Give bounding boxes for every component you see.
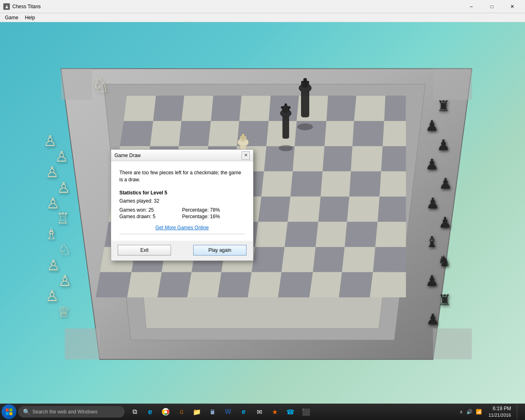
svg-marker-14 — [326, 96, 356, 121]
svg-marker-45 — [379, 171, 406, 196]
svg-marker-133 — [433, 329, 472, 360]
svg-rect-104 — [301, 81, 309, 83]
taskbar-search-box[interactable]: 🔍 Search the web and Windows — [18, 406, 125, 418]
svg-text:♟: ♟ — [439, 175, 452, 192]
svg-point-97 — [285, 103, 287, 106]
stat-drawn-pct: Percentage: 16% — [182, 214, 245, 219]
minimize-button[interactable]: – — [462, 0, 481, 13]
close-button[interactable]: ✕ — [503, 0, 522, 13]
stat-won: Games won: 25 — [119, 207, 182, 213]
svg-text:♟: ♟ — [438, 214, 452, 231]
online-link-row: Get More Games Online — [119, 224, 245, 231]
dialog-divider — [119, 234, 245, 234]
svg-marker-130 — [61, 68, 92, 100]
svg-marker-25 — [383, 121, 406, 146]
svg-marker-71 — [252, 247, 285, 272]
edge-icon[interactable]: e — [144, 405, 157, 418]
show-desktop-button[interactable] — [517, 404, 520, 419]
stats-grid: Games won: 25 Percentage: 78% Games draw… — [119, 207, 245, 219]
svg-text:♞: ♞ — [438, 253, 451, 269]
svg-marker-53 — [318, 196, 349, 221]
exit-button[interactable]: Exit — [118, 245, 171, 256]
svg-rect-135 — [9, 409, 12, 411]
dialog-close-button[interactable]: ✕ — [242, 151, 250, 160]
skype-icon[interactable]: ☎ — [284, 405, 297, 418]
svg-marker-85 — [370, 272, 406, 297]
svg-marker-6 — [181, 96, 213, 121]
online-link[interactable]: Get More Games Online — [155, 225, 209, 231]
svg-marker-77 — [127, 272, 162, 297]
svg-rect-136 — [6, 412, 9, 415]
game-draw-dialog: Game Draw ✕ There are too few pieces lef… — [111, 149, 253, 261]
maximize-button[interactable]: □ — [482, 0, 501, 13]
file-explorer-icon[interactable]: 📁 — [190, 405, 203, 418]
tray-icons: ∧ 🔊 📶 — [459, 409, 482, 415]
dialog-content: There are too few pieces left for a chec… — [111, 161, 253, 241]
media-icon[interactable]: ♫ — [175, 405, 188, 418]
svg-marker-78 — [158, 272, 192, 297]
svg-marker-34 — [351, 146, 383, 171]
svg-text:♙: ♙ — [55, 148, 68, 165]
svg-rect-134 — [6, 409, 9, 411]
task-view-button[interactable]: ⧉ — [128, 405, 141, 418]
svg-marker-44 — [349, 171, 381, 196]
svg-marker-65 — [375, 222, 406, 247]
game-area: ♘ ♙ ♙ ♙ ♙ ♙ ♖ ♗ ♘ ♙ ♙ ♙ ♕ ♜ ♟ ♟ ♟ ♟ ♟ ♟ … — [0, 22, 525, 404]
clock-time: 6:19 PM — [488, 405, 511, 412]
network-icon[interactable]: 📶 — [476, 409, 482, 415]
svg-text:♗: ♗ — [45, 226, 58, 242]
system-tray: ∧ 🔊 📶 6:19 PM 11/21/2016 — [459, 404, 523, 419]
svg-marker-82 — [278, 272, 313, 297]
svg-text:♟: ♟ — [437, 137, 450, 153]
svg-marker-54 — [347, 196, 379, 221]
app-icon-1[interactable]: ★ — [268, 405, 281, 418]
svg-marker-51 — [258, 196, 290, 221]
svg-marker-23 — [324, 121, 354, 146]
stats-section: Statistics for Level 5 Games played: 32 … — [119, 190, 245, 219]
svg-point-96 — [281, 106, 283, 109]
clock-date: 11/21/2016 — [488, 412, 511, 418]
word-icon[interactable]: W — [221, 405, 235, 418]
svg-text:♕: ♕ — [57, 303, 70, 320]
svg-text:♟: ♟ — [425, 117, 438, 134]
stat-won-pct: Percentage: 78% — [182, 207, 245, 213]
svg-point-99 — [297, 123, 313, 130]
calculator-icon[interactable]: 🖩 — [206, 405, 219, 418]
svg-marker-61 — [255, 222, 288, 247]
mail-icon[interactable]: ✉ — [253, 405, 266, 418]
volume-icon[interactable]: 🔊 — [466, 409, 472, 415]
chrome-icon[interactable] — [159, 405, 172, 418]
taskbar-app-icons: ⧉ e ♫ 📁 🖩 W e ✉ ★ ☎ ⬛ — [128, 405, 459, 418]
svg-text:♟: ♟ — [426, 195, 439, 212]
svg-marker-72 — [281, 247, 315, 272]
svg-text:♜: ♜ — [438, 292, 451, 308]
ie-icon[interactable]: e — [237, 405, 250, 418]
svg-marker-132 — [65, 329, 100, 360]
svg-marker-74 — [342, 247, 375, 272]
svg-marker-81 — [248, 272, 281, 297]
stats-title: Statistics for Level 5 — [119, 190, 245, 196]
svg-marker-131 — [433, 68, 472, 100]
svg-text:♟: ♟ — [426, 311, 439, 328]
stats-played: Games played: 32 — [119, 198, 245, 204]
start-button[interactable] — [2, 404, 16, 419]
dialog-buttons: Exit Play again — [111, 241, 253, 260]
stat-drawn: Games drawn: 5 — [119, 214, 182, 219]
title-bar: ♟ Chess Titans – □ ✕ — [0, 0, 525, 13]
svg-text:♙: ♙ — [58, 272, 71, 289]
svg-marker-55 — [378, 196, 406, 221]
window-controls: – □ ✕ — [462, 0, 522, 13]
svg-marker-9 — [354, 96, 386, 121]
app-icon-2[interactable]: ⬛ — [299, 405, 313, 418]
system-clock[interactable]: 6:19 PM 11/21/2016 — [488, 405, 511, 418]
svg-marker-33 — [322, 146, 352, 171]
menu-help[interactable]: Help — [22, 14, 39, 21]
svg-marker-41 — [261, 171, 293, 196]
play-again-button[interactable]: Play again — [193, 245, 247, 256]
svg-marker-35 — [381, 146, 406, 171]
svg-marker-79 — [187, 272, 221, 297]
svg-marker-7 — [239, 96, 271, 121]
tray-arrow[interactable]: ∧ — [459, 409, 463, 415]
svg-text:♖: ♖ — [56, 210, 69, 227]
menu-game[interactable]: Game — [2, 14, 22, 21]
